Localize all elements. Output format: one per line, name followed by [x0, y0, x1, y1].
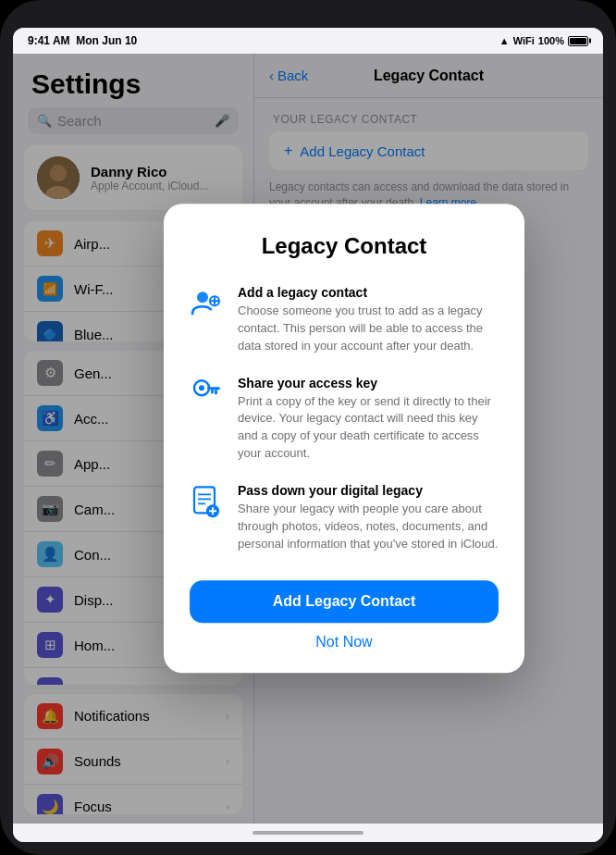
key-icon — [190, 378, 223, 411]
svg-rect-10 — [207, 387, 220, 390]
main-content: Settings 🔍 Search 🎤 — [13, 54, 603, 824]
status-right: ▲ WiFi 100% — [499, 35, 588, 46]
add-legacy-svg — [191, 288, 222, 319]
document-svg — [192, 485, 220, 518]
feature-desc-2: Print a copy of the key or send it direc… — [238, 393, 499, 463]
svg-rect-11 — [215, 390, 217, 394]
svg-point-9 — [199, 385, 204, 390]
feature-item-2: Share your access key Print a copy of th… — [190, 376, 499, 463]
feature-item-1: Add a legacy contact Choose someone you … — [190, 285, 499, 355]
battery-icon — [568, 36, 588, 46]
modal-title: Legacy Contact — [190, 233, 499, 259]
status-bar: 9:41 AM Mon Jun 10 ▲ WiFi 100% — [13, 28, 603, 54]
key-svg — [192, 378, 220, 410]
feature-text-3: Pass down your digital legacy Share your… — [238, 483, 499, 553]
feature-item-3: Pass down your digital legacy Share your… — [190, 483, 499, 553]
status-time: 9:41 AM Mon Jun 10 — [28, 34, 137, 47]
modal-cancel-button[interactable]: Not Now — [190, 635, 499, 651]
feature-heading-2: Share your access key — [238, 376, 499, 390]
feature-text-2: Share your access key Print a copy of th… — [238, 376, 499, 463]
ipad-screen: 9:41 AM Mon Jun 10 ▲ WiFi 100% Settings … — [13, 28, 603, 842]
add-legacy-icon — [190, 287, 223, 320]
feature-desc-3: Share your legacy with people you care a… — [238, 501, 499, 553]
svg-point-4 — [197, 291, 208, 303]
svg-rect-12 — [211, 390, 214, 393]
wifi-label: WiFi — [513, 35, 535, 46]
wifi-icon: ▲ — [499, 35, 510, 46]
modal-dialog: Legacy Contact Add a legacy contact — [164, 204, 524, 673]
ipad-frame: 9:41 AM Mon Jun 10 ▲ WiFi 100% Settings … — [0, 0, 616, 855]
battery-label: 100% — [538, 35, 564, 46]
battery-fill — [570, 38, 586, 44]
home-bar — [253, 831, 363, 835]
feature-text-1: Add a legacy contact Choose someone you … — [238, 285, 499, 355]
feature-heading-3: Pass down your digital legacy — [238, 483, 499, 498]
feature-heading-1: Add a legacy contact — [238, 285, 499, 300]
document-icon — [190, 485, 223, 518]
home-indicator — [13, 824, 603, 842]
modal-add-button[interactable]: Add Legacy Contact — [190, 581, 499, 624]
feature-desc-1: Choose someone you trust to add as a leg… — [238, 303, 499, 355]
